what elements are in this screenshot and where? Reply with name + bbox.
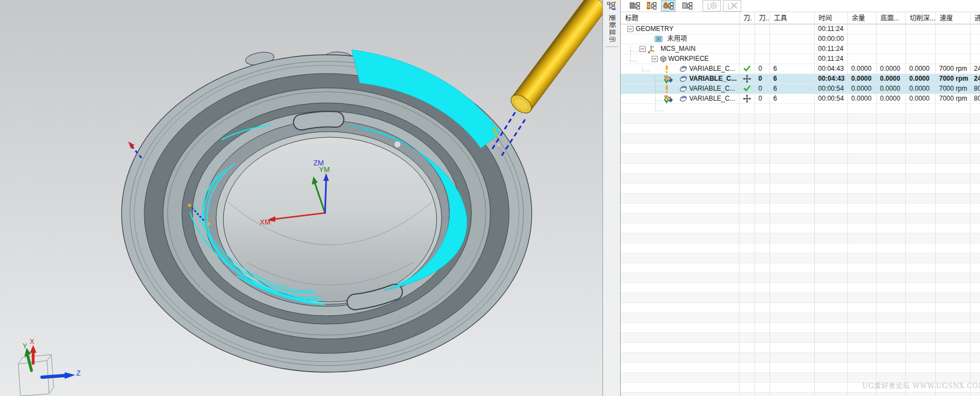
column-header-feed[interactable]: 进.. (970, 12, 980, 24)
cell-time: 00:00:54 (818, 84, 847, 93)
delete-filter-button[interactable] (723, 0, 741, 12)
node-title: VARIABLE_C... (689, 84, 739, 93)
node-title: WORKPIECE (668, 54, 739, 64)
empty-row (621, 154, 980, 164)
needs-regenerate-icon (664, 65, 669, 75)
cell-time: 00:11:24 (818, 44, 847, 54)
tree-expander[interactable] (652, 56, 658, 64)
column-separator (905, 12, 906, 396)
cell-tool: 6 (773, 94, 814, 103)
variable-contour-op-icon (679, 85, 688, 95)
column-header-floor_stock[interactable]: 底面... (876, 12, 905, 24)
navigator-row-variable-c-[interactable]: VARIABLE_C...0600:00:540.00000.00000.000… (621, 94, 980, 104)
navigator-row-variable-c-[interactable]: VARIABLE_C...0600:04:430.00000.00000.000… (621, 64, 980, 74)
geometry-view-button[interactable] (661, 0, 675, 12)
navigator-row-variable-c-[interactable]: VARIABLE_C...0600:00:540.00000.00000.000… (621, 84, 980, 94)
tree-connector (630, 61, 638, 61)
cell-feed: 24 (974, 74, 980, 84)
column-header-time[interactable]: 时间 (814, 12, 847, 24)
variable-contour-op-icon (679, 65, 688, 75)
empty-row (621, 253, 980, 263)
column-separator (970, 12, 971, 396)
empty-row (621, 263, 980, 273)
workpiece-icon (659, 55, 668, 65)
find-object-button[interactable] (703, 0, 721, 12)
navigator-row--[interactable]: 未用项00:00:00 (621, 34, 980, 44)
tree-expander[interactable] (627, 26, 633, 34)
cell-time: 00:04:43 (818, 64, 847, 74)
move-required-icon (743, 75, 751, 85)
empty-row (621, 134, 980, 144)
program-order-view-button[interactable] (627, 0, 642, 12)
cell-time: 00:11:24 (818, 24, 847, 34)
column-separator (769, 12, 770, 396)
column-header-tool[interactable]: 工具 (769, 12, 814, 24)
cell-time: 00:00:54 (818, 94, 847, 103)
empty-row (621, 223, 980, 233)
watermark-text: UG爱好者论坛 WWW.UGSNX.COM (862, 380, 980, 390)
cell-tool: 6 (773, 74, 814, 84)
operation-navigator-panel: 标题刀.刀..工具时间余量底面...切削深...速度进.. GEOMETRY00… (621, 0, 980, 396)
empty-row (621, 114, 980, 124)
cell-stock: 0.0000 (851, 64, 876, 74)
navigator-row-workpiece[interactable]: WORKPIECE00:11:24 (621, 54, 980, 64)
tree-connector (655, 111, 663, 111)
cell-speed: 7000 rpm (939, 64, 970, 74)
tree-connector (630, 51, 653, 51)
cell-speed: 7000 rpm (939, 74, 970, 84)
empty-row (621, 194, 980, 204)
column-header-speed[interactable]: 速度 (935, 12, 970, 24)
cell-tool_number: 0 (758, 74, 769, 84)
cell-time: 00:04:43 (818, 74, 847, 84)
variable-contour-op-icon (679, 75, 688, 85)
vertex-dot (394, 141, 401, 148)
svg-text:z: z (652, 45, 654, 48)
machining-method-view-button[interactable] (680, 0, 694, 12)
column-header-label[interactable]: 标题 (621, 12, 739, 24)
variable-contour-op-icon (679, 95, 688, 105)
column-header-tool_change[interactable]: 刀. (739, 12, 754, 24)
cell-cut_depth: 0.0000 (909, 64, 935, 74)
empty-row (621, 343, 980, 353)
3d-viewport[interactable]: ZM YM XM X Y Z (0, 0, 602, 396)
needs-regenerate-icon (664, 85, 669, 95)
tree-connector (642, 71, 650, 71)
cell-cut_depth: 0.0000 (909, 84, 935, 93)
cell-tool_number: 0 (758, 64, 769, 74)
generated-check-icon (743, 65, 751, 74)
side-tab-label[interactable]: 更新显示 (608, 14, 617, 43)
column-header-cut_depth[interactable]: 切削深... (905, 12, 935, 24)
node-title: VARIABLE_C... (689, 74, 739, 84)
navigator-row-variable-c-[interactable]: VARIABLE_C...0600:04:430.00000.00000.000… (621, 74, 980, 84)
empty-row (621, 303, 980, 313)
column-header-tool_number[interactable]: 刀.. (754, 12, 769, 24)
cell-stock: 0.0000 (851, 84, 876, 93)
cell-stock: 0.0000 (851, 74, 876, 84)
empty-row (621, 184, 980, 194)
column-header-stock[interactable]: 余量 (847, 12, 876, 24)
machine-tool-view-button[interactable] (644, 0, 658, 12)
empty-row (621, 313, 980, 323)
navigator-side-strip: 更新显示 (602, 0, 621, 396)
cell-time: 00:11:24 (818, 54, 847, 64)
cell-feed: 80 (974, 94, 980, 103)
empty-row (621, 204, 980, 213)
cell-floor_stock: 0.0000 (880, 94, 905, 103)
tree-expander[interactable] (640, 46, 646, 54)
navigator-row-mcs-main[interactable]: zMCS_MAIN00:11:24 (621, 44, 980, 54)
column-separator (739, 12, 740, 396)
generated-check-icon (743, 85, 751, 93)
empty-row (621, 104, 980, 114)
navigator-row-geometry[interactable]: GEOMETRY00:11:24 (621, 24, 980, 34)
cell-speed: 7000 rpm (939, 84, 970, 93)
tree-connector (630, 46, 631, 61)
empty-row (621, 243, 980, 253)
operation-navigator-icon[interactable] (607, 1, 617, 13)
side-tab-separator (605, 46, 619, 47)
column-separator (935, 12, 936, 396)
cell-time: 00:00:00 (818, 34, 847, 44)
tree-connector (655, 91, 663, 91)
node-title: GEOMETRY (636, 24, 739, 34)
node-title: 未用项 (667, 34, 739, 44)
empty-row (621, 164, 980, 174)
